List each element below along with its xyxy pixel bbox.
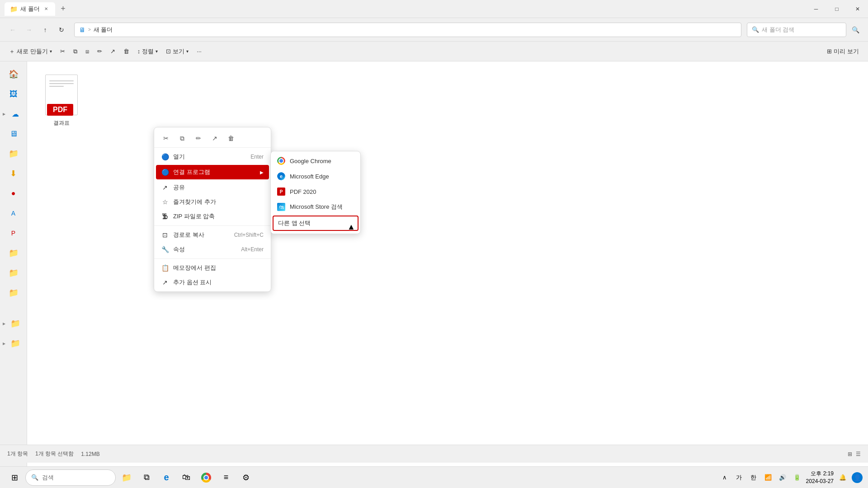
submenu-item-store[interactable]: 🛍 Microsoft Store 검색 [271, 199, 360, 215]
breadcrumb-home-icon: 🖥 [79, 26, 85, 33]
start-btn[interactable]: ⊞ [5, 469, 24, 487]
new-dropdown-icon: ▾ [50, 49, 52, 54]
up-btn[interactable]: ↑ [38, 23, 52, 37]
new-btn[interactable]: ＋ 새로 만들기 ▾ [5, 44, 56, 59]
breadcrumb-folder: 새 폴더 [94, 26, 113, 34]
maximize-btn[interactable]: □ [826, 0, 847, 18]
ctx-cut-btn[interactable]: ✂ [160, 132, 172, 145]
sidebar-item-gallery[interactable]: 🖼 [5, 85, 23, 103]
ctx-item-open-with[interactable]: 🔵 연결 프로그램 ▶ [156, 165, 269, 179]
ctx-open-icon: 🔵 [161, 153, 169, 160]
submenu-store-label: Microsoft Store 검색 [290, 203, 343, 211]
tray-lang-ko[interactable]: 가 [734, 472, 745, 483]
sidebar-item-app1[interactable]: ● [5, 184, 23, 202]
sidebar-item-app3[interactable]: P [5, 224, 23, 242]
submenu-pdf-label: PDF 2020 [290, 188, 316, 195]
store-taskbar-btn[interactable]: 🛍 [177, 469, 195, 487]
sidebar-item-folder4[interactable]: 📁 [5, 264, 23, 282]
ctx-copy-path-label: 경로로 복사 [173, 231, 204, 239]
ctx-share-btn[interactable]: ↗ [208, 132, 221, 145]
rename-btn[interactable]: ✏ [94, 44, 106, 59]
sidebar-item-home[interactable]: 🏠 [5, 65, 23, 83]
app1-taskbar-btn[interactable]: ≡ [217, 469, 235, 487]
sidebar-item-expand2[interactable]: ▶ 📁 [2, 334, 25, 352]
back-btn[interactable]: ← [5, 23, 20, 37]
submenu-item-pdf[interactable]: P PDF 2020 [271, 184, 360, 199]
status-grid-icon[interactable]: ⊞ [848, 451, 852, 457]
view-arrow: ▾ [186, 49, 189, 54]
ctx-item-more[interactable]: ↗ 추가 옵션 표시 [154, 275, 271, 290]
forward-btn[interactable]: → [22, 23, 36, 37]
tray-user[interactable]: 👤 [852, 472, 863, 483]
sidebar-item-onedrive[interactable]: ▶ ☁ [2, 105, 25, 123]
ctx-open-shortcut: Enter [250, 154, 264, 160]
submenu: Google Chrome e Microsoft Edge P PDF 202… [270, 151, 361, 234]
ctx-rename-btn[interactable]: ✏ [192, 132, 205, 145]
cut-btn[interactable]: ✂ [57, 44, 69, 59]
more-options-btn[interactable]: ··· [193, 44, 205, 59]
view-btn[interactable]: ⊡ 보기 ▾ [162, 44, 192, 59]
submenu-item-edge[interactable]: e Microsoft Edge [271, 169, 360, 184]
paste-btn[interactable]: ⧆ [82, 44, 93, 59]
tray-notification[interactable]: 🔔 [837, 472, 848, 483]
view-icon: ⊡ [166, 48, 171, 55]
sidebar-item-pc[interactable]: 🖥 [5, 125, 23, 143]
window-tab[interactable]: 📁 새 폴더 ✕ [5, 2, 55, 16]
taskbar: ⊞ 🔍 검색 📁 ⧉ e 🛍 ≡ ⚙ ∧ 가 한 📶 🔊 [0, 466, 868, 488]
minimize-btn[interactable]: ─ [806, 0, 826, 18]
copy-btn[interactable]: ⧉ [70, 44, 81, 59]
sidebar-item-expand1[interactable]: ▶ 📁 [2, 314, 25, 333]
ctx-item-notepad[interactable]: 📋 메모장에서 편집 [154, 261, 271, 275]
status-list-icon[interactable]: ☰ [856, 451, 861, 457]
onedrive-icon: ☁ [12, 110, 19, 118]
task-view-btn[interactable]: ⧉ [137, 469, 156, 487]
ctx-item-favorite[interactable]: ☆ 즐겨찾기에 추가 [154, 195, 271, 209]
delete-btn[interactable]: 🗑 [120, 44, 133, 59]
chrome-taskbar-btn[interactable] [197, 469, 215, 487]
ctx-delete-btn[interactable]: 🗑 [225, 132, 237, 145]
taskbar-time[interactable]: 오후 2:19 2024-03-27 [806, 470, 834, 485]
submenu-item-chrome[interactable]: Google Chrome [271, 153, 360, 169]
file-lines [46, 75, 77, 94]
app1-taskbar-icon: ≡ [224, 473, 229, 482]
edge-taskbar-btn[interactable]: e [157, 469, 175, 487]
sidebar-item-folder5[interactable]: 📁 [5, 284, 23, 302]
ctx-item-copy-path[interactable]: ⊡ 경로로 복사 Ctrl+Shift+C [154, 228, 271, 242]
tab-close-btn[interactable]: ✕ [42, 5, 50, 13]
address-bar[interactable]: 🖥 > 새 폴더 [74, 23, 741, 37]
date-display: 2024-03-27 [806, 478, 834, 485]
ctx-copy-btn[interactable]: ⧉ [176, 132, 189, 145]
new-icon: ＋ [9, 47, 15, 56]
ctx-item-properties[interactable]: 🔧 속성 Alt+Enter [154, 242, 271, 257]
share-btn[interactable]: ↗ [107, 44, 119, 59]
tray-battery[interactable]: 🔋 [792, 472, 802, 483]
submenu-item-other[interactable]: 다른 앱 선택 [273, 216, 359, 231]
file-item-pdf[interactable]: PDF 결과표 [34, 69, 89, 131]
tray-wifi[interactable]: 📶 [763, 472, 774, 483]
tray-volume[interactable]: 🔊 [777, 472, 788, 483]
close-btn[interactable]: ✕ [847, 0, 868, 18]
title-bar-controls: ─ □ ✕ [806, 0, 868, 18]
taskbar-search[interactable]: 🔍 검색 [25, 469, 116, 486]
global-search-btn[interactable]: 🔍 [848, 23, 863, 37]
preview-btn[interactable]: ⊞ 미리 보기 [823, 44, 863, 59]
sort-btn[interactable]: ↕ 정렬 ▾ [134, 44, 162, 59]
preview-label: 미리 보기 [834, 47, 859, 56]
sidebar-item-folder3[interactable]: 📁 [5, 244, 23, 262]
ctx-item-share[interactable]: ↗ 공유 [154, 180, 271, 195]
ctx-open-with-label: 연결 프로그램 [173, 168, 210, 176]
search-bar[interactable]: 🔍 새 폴더 검색 [747, 23, 846, 37]
tray-lang-en[interactable]: 한 [748, 472, 759, 483]
settings-taskbar-btn[interactable]: ⚙ [237, 469, 255, 487]
tray-expand[interactable]: ∧ [719, 472, 730, 483]
sidebar-item-folder1[interactable]: 📁 [5, 145, 23, 163]
ctx-item-open[interactable]: 🔵 열기 Enter [154, 150, 271, 164]
sidebar-item-app2[interactable]: A [5, 204, 23, 222]
breadcrumb-separator: > [88, 27, 91, 32]
new-tab-btn[interactable]: + [57, 3, 70, 15]
time-display: 오후 2:19 [806, 470, 834, 478]
ctx-item-zip[interactable]: 🗜 ZIP 파일로 압축 [154, 209, 271, 224]
file-explorer-btn[interactable]: 📁 [118, 469, 136, 487]
refresh-btn[interactable]: ↻ [54, 23, 69, 37]
sidebar-item-folder2[interactable]: ⬇ [5, 164, 23, 183]
